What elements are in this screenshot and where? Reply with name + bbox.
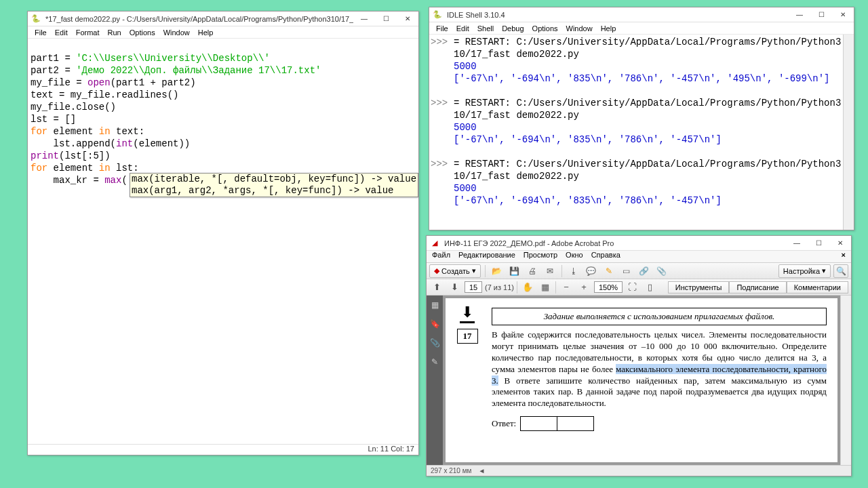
answer-box-1 (520, 416, 557, 431)
attachments-icon[interactable]: 📎 (427, 333, 443, 352)
maximize-button[interactable]: ☐ (808, 236, 829, 251)
comment-icon[interactable]: 💬 (584, 264, 599, 278)
acrobat-menubar: Файл Редактирование Просмотр Окно Справк… (427, 251, 851, 263)
acrobat-toolbar-nav: ⬆ ⬇ (7 из 11) ✋ ▦ − + ⛶ ▯ Инструменты По… (427, 279, 851, 296)
fit-page-icon[interactable]: ▯ (643, 281, 658, 294)
save-icon[interactable]: 💾 (507, 264, 522, 278)
close-button[interactable]: ✕ (829, 236, 851, 251)
answer-row: Ответ: (492, 416, 827, 431)
zoom-field[interactable] (594, 281, 623, 293)
page-count-label: (7 из 11) (485, 283, 514, 291)
link-icon[interactable]: 🔗 (637, 264, 652, 278)
scrollbar[interactable] (843, 35, 854, 230)
shell-title: IDLE Shell 3.10.4 (446, 11, 789, 19)
scrollbar[interactable] (840, 296, 851, 465)
menu-edit[interactable]: Редактирование (454, 251, 519, 262)
pdf-page[interactable]: ⬇ 17 Задание выполняется с использование… (446, 298, 837, 462)
editor-code-area[interactable]: part1 = 'C:\\Users\\University\\Desktop\… (28, 39, 418, 444)
page-up-icon[interactable]: ⬆ (429, 281, 444, 294)
shell-prompt-gutter: >>> >>> >>> (429, 35, 452, 230)
editor-menubar: File Edit Format Run Options Window Help (28, 26, 418, 39)
menu-help[interactable]: Help (194, 28, 218, 37)
python-icon: 🐍 (31, 14, 41, 24)
acrobat-statusbar: 297 x 210 мм ◄ (427, 465, 851, 476)
editor-title: *17_fast demo2022.py - C:/Users/Universi… (44, 15, 353, 23)
answer-box-2 (557, 416, 594, 431)
menu-file[interactable]: Файл (428, 251, 454, 262)
menu-format[interactable]: Format (72, 28, 104, 37)
acrobat-toolbar-main: ◆Создать▾ 📂 💾 🖨 ✉ ⭳ 💬 ✎ ▭ 🔗 📎 Настройка▾… (427, 263, 851, 279)
zoom-in-icon[interactable]: + (576, 281, 591, 294)
acrobat-titlebar[interactable]: ◢ ИНФ-11 ЕГЭ 2022_ДЕМО.pdf - Adobe Acrob… (427, 236, 851, 251)
acrobat-document-area: ▦ 🔖 📎 ✎ ⬇ 17 Задание выполняется с испол… (427, 296, 851, 465)
comments-panel-button[interactable]: Комментарии (787, 281, 848, 293)
menu-options[interactable]: Options (528, 24, 562, 33)
open-icon[interactable]: 📂 (490, 264, 505, 278)
maximize-button[interactable]: ☐ (375, 12, 397, 26)
print-icon[interactable]: 🖨 (525, 264, 540, 278)
minimize-button[interactable]: — (353, 12, 375, 26)
page-number-field[interactable] (465, 281, 482, 293)
attach-icon[interactable]: 📎 (654, 264, 669, 278)
zoom-out-icon[interactable]: − (559, 281, 574, 294)
acrobat-window: ◢ ИНФ-11 ЕГЭ 2022_ДЕМО.pdf - Adobe Acrob… (426, 235, 852, 476)
highlight-icon[interactable]: ✎ (601, 264, 616, 278)
idle-shell-window: 🐍 IDLE Shell 3.10.4 — ☐ ✕ File Edit Shel… (429, 7, 854, 230)
acrobat-sidebar: ▦ 🔖 📎 ✎ (427, 296, 443, 465)
stamp-icon[interactable]: ▭ (619, 264, 634, 278)
close-button[interactable]: ✕ (832, 7, 854, 22)
shell-titlebar[interactable]: 🐍 IDLE Shell 3.10.4 — ☐ ✕ (429, 7, 854, 22)
menu-run[interactable]: Run (104, 28, 125, 37)
shell-output-area[interactable]: >>> >>> >>> = RESTART: C:/Users/Universi… (429, 35, 854, 230)
hscroll-left-icon[interactable]: ◄ (478, 467, 485, 474)
idle-editor-window: 🐍 *17_fast demo2022.py - C:/Users/Univer… (27, 11, 419, 455)
calltip-tooltip: max(iterable, *[, default=obj, key=func]… (130, 173, 418, 197)
close-button[interactable]: ✕ (397, 12, 418, 26)
menu-window[interactable]: Window (562, 24, 597, 33)
mail-icon[interactable]: ✉ (542, 264, 557, 278)
search-icon[interactable]: 🔍 (833, 264, 848, 278)
menu-file[interactable]: File (31, 28, 51, 37)
select-tool-icon[interactable]: ▦ (538, 281, 553, 294)
settings-button[interactable]: Настройка▾ (778, 264, 831, 278)
page-dimensions: 297 x 210 мм (431, 467, 471, 474)
editor-titlebar[interactable]: 🐍 *17_fast demo2022.py - C:/Users/Univer… (28, 12, 418, 26)
menu-help[interactable]: Help (597, 24, 620, 33)
menu-edit[interactable]: Edit (452, 24, 473, 33)
menu-debug[interactable]: Debug (498, 24, 528, 33)
shell-output: = RESTART: C:/Users/University/AppData/L… (452, 35, 843, 230)
menu-view[interactable]: Просмотр (519, 251, 561, 262)
export-icon[interactable]: ⭳ (566, 264, 581, 278)
menu-options[interactable]: Options (125, 28, 159, 37)
download-icon: ⬇ (456, 304, 478, 323)
page-down-icon[interactable]: ⬇ (447, 281, 462, 294)
acrobat-title: ИНФ-11 ЕГЭ 2022_ДЕМО.pdf - Adobe Acrobat… (443, 239, 786, 247)
task-text: В файле содержится последовательность це… (492, 329, 827, 409)
answer-label: Ответ: (492, 418, 516, 429)
sign-panel-button[interactable]: Подписание (729, 281, 786, 293)
menu-file[interactable]: File (432, 24, 452, 33)
menu-shell[interactable]: Shell (473, 24, 498, 33)
signatures-icon[interactable]: ✎ (427, 352, 443, 371)
pdf-icon: ◢ (429, 238, 440, 249)
task-banner: Задание выполняется с использованием при… (492, 308, 827, 325)
menu-help[interactable]: Справка (587, 251, 625, 262)
doc-close-icon[interactable]: × (837, 251, 850, 262)
hand-tool-icon[interactable]: ✋ (520, 281, 535, 294)
fit-width-icon[interactable]: ⛶ (625, 281, 640, 294)
tools-panel-button[interactable]: Инструменты (668, 281, 730, 293)
menu-edit[interactable]: Edit (51, 28, 72, 37)
editor-statusbar: Ln: 11 Col: 17 (28, 444, 418, 455)
create-button[interactable]: ◆Создать▾ (429, 264, 481, 278)
python-icon: 🐍 (432, 9, 443, 20)
thumbnails-icon[interactable]: ▦ (427, 296, 443, 314)
menu-window[interactable]: Окно (561, 251, 587, 262)
menu-window[interactable]: Window (159, 28, 194, 37)
minimize-button[interactable]: — (786, 236, 808, 251)
bookmarks-icon[interactable]: 🔖 (427, 314, 443, 333)
task-number: 17 (457, 329, 478, 344)
minimize-button[interactable]: — (789, 7, 810, 22)
maximize-button[interactable]: ☐ (810, 7, 832, 22)
shell-menubar: File Edit Shell Debug Options Window Hel… (429, 22, 854, 35)
